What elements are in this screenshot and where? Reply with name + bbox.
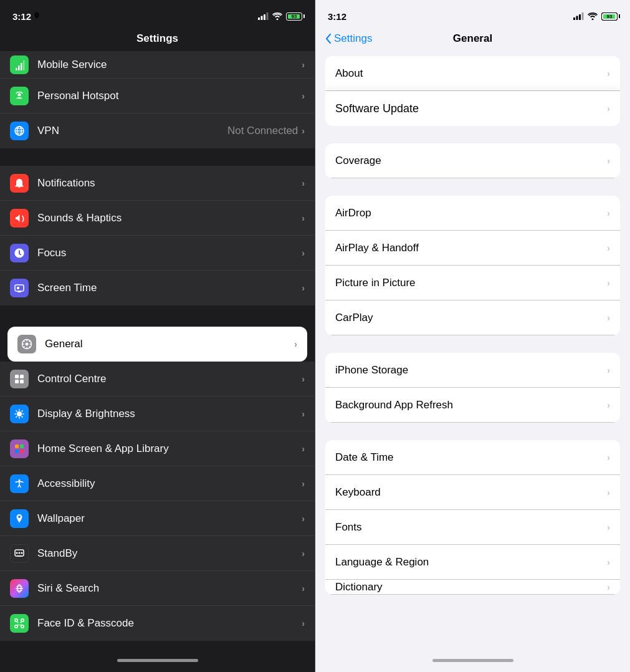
nav-header-right: Settings General [315, 27, 630, 51]
nav-header-left: Settings [0, 27, 315, 51]
status-bar-right: 3:12 93 [315, 0, 630, 27]
list-item-standby[interactable]: StandBy › [0, 536, 315, 571]
svg-point-31 [19, 552, 21, 554]
chevron-date-time: › [607, 453, 610, 463]
location-icon [34, 12, 40, 20]
sounds-icon [10, 209, 29, 228]
list-item-dictionary[interactable]: Dictionary › [325, 580, 620, 595]
chevron-screen-time: › [302, 283, 305, 293]
chevron-notifications: › [302, 178, 305, 188]
svg-point-30 [16, 552, 18, 554]
list-item-focus[interactable]: Focus › [0, 236, 315, 271]
list-item-date-time[interactable]: Date & Time › [325, 440, 620, 475]
home-bar-left [117, 659, 198, 662]
svg-point-28 [19, 479, 21, 481]
chevron-airplay: › [607, 243, 610, 253]
siri-icon [10, 579, 29, 598]
list-item-language-region[interactable]: Language & Region › [325, 545, 620, 580]
back-button[interactable]: Settings [325, 32, 372, 45]
home-indicator-left [0, 653, 315, 672]
chevron-storage: › [607, 365, 610, 375]
list-item-screen-time[interactable]: Screen Time › [0, 271, 315, 305]
svg-rect-26 [15, 449, 19, 453]
chevron-accessibility: › [302, 479, 305, 489]
svg-rect-0 [258, 17, 260, 20]
list-item-home-screen[interactable]: Home Screen & App Library › [0, 431, 315, 466]
svg-point-40 [21, 622, 22, 623]
chevron-airdrop: › [607, 208, 610, 218]
svg-point-32 [21, 552, 23, 554]
home-screen-icon [10, 439, 29, 458]
list-item-about[interactable]: About › [325, 56, 620, 91]
svg-rect-38 [21, 625, 24, 628]
list-item-background-refresh[interactable]: Background App Refresh › [325, 388, 620, 423]
status-bar-left: 3:12 93 [0, 0, 315, 27]
status-icons-left: 93 [258, 12, 302, 21]
chevron-face-id: › [302, 618, 305, 628]
svg-rect-4 [16, 68, 17, 70]
list-item-notifications[interactable]: Notifications › [0, 166, 315, 201]
personal-hotspot-icon [10, 87, 29, 105]
settings-list-left: Mobile Service › Personal Hotspot › VPN … [0, 51, 315, 653]
list-item-general[interactable]: General › [7, 327, 307, 362]
svg-point-23 [17, 411, 22, 416]
chevron-coverage: › [607, 156, 610, 166]
svg-point-18 [26, 343, 29, 346]
svg-rect-16 [17, 287, 19, 289]
svg-rect-37 [15, 625, 17, 628]
chevron-dictionary: › [607, 582, 610, 592]
chevron-control-centre: › [302, 374, 305, 384]
chevron-about: › [607, 69, 610, 79]
back-label: Settings [334, 32, 372, 45]
chevron-keyboard: › [607, 487, 610, 497]
list-item-airplay-handoff[interactable]: AirPlay & Handoff › [325, 231, 620, 266]
wallpaper-icon [10, 509, 29, 528]
list-item-wallpaper[interactable]: Wallpaper › [0, 501, 315, 536]
svg-rect-25 [20, 444, 24, 448]
back-chevron-icon [325, 34, 332, 44]
svg-point-8 [18, 93, 21, 96]
mobile-service-icon [10, 55, 29, 74]
chevron-focus: › [302, 248, 305, 258]
general-icon [17, 335, 36, 353]
chevron-general: › [294, 339, 297, 349]
list-item-siri[interactable]: Siri & Search › [0, 571, 315, 606]
chevron-background-refresh: › [607, 400, 610, 410]
svg-rect-6 [21, 63, 22, 70]
list-item-coverage[interactable]: Coverage › [325, 143, 620, 178]
list-item-fonts[interactable]: Fonts › [325, 510, 620, 545]
svg-rect-44 [582, 12, 584, 20]
settings-title: Settings [136, 32, 178, 45]
list-item-face-id[interactable]: Face ID & Passcode › [0, 606, 315, 641]
list-item-accessibility[interactable]: Accessibility › [0, 466, 315, 501]
svg-point-39 [17, 622, 19, 623]
list-item-picture-in-picture[interactable]: Picture in Picture › [325, 266, 620, 300]
battery-left: 93 [286, 12, 302, 21]
chevron-hotspot: › [302, 91, 305, 101]
list-item-vpn[interactable]: VPN Not Connected › [0, 113, 315, 148]
standby-icon [10, 544, 29, 563]
list-item-iphone-storage[interactable]: iPhone Storage › [325, 353, 620, 388]
list-item-keyboard[interactable]: Keyboard › [325, 475, 620, 510]
signal-icon-left [258, 12, 269, 20]
svg-rect-24 [15, 444, 19, 448]
list-item-control-centre[interactable]: Control Centre › [0, 362, 315, 396]
chevron-home-screen: › [302, 444, 305, 454]
list-item-personal-hotspot[interactable]: Personal Hotspot › [0, 79, 315, 113]
list-item-mobile[interactable]: Mobile Service › [0, 51, 315, 79]
time-right: 3:12 [328, 11, 346, 22]
list-item-sounds[interactable]: Sounds & Haptics › [0, 201, 315, 236]
chevron-language: › [607, 557, 610, 567]
left-panel: 3:12 93 Settings Mobile Service [0, 0, 315, 672]
list-item-display[interactable]: Display & Brightness › [0, 396, 315, 431]
svg-rect-27 [20, 449, 24, 453]
chevron-carplay: › [607, 313, 610, 323]
home-bar-right [432, 659, 513, 662]
right-panel: 3:12 93 Settings General About › [315, 0, 630, 672]
svg-rect-7 [23, 60, 25, 70]
list-item-carplay[interactable]: CarPlay › [325, 300, 620, 335]
svg-rect-3 [267, 12, 269, 20]
list-item-software-update[interactable]: Software Update › [325, 91, 620, 126]
chevron-vpn: › [302, 126, 305, 136]
list-item-airdrop[interactable]: AirDrop › [325, 196, 620, 231]
